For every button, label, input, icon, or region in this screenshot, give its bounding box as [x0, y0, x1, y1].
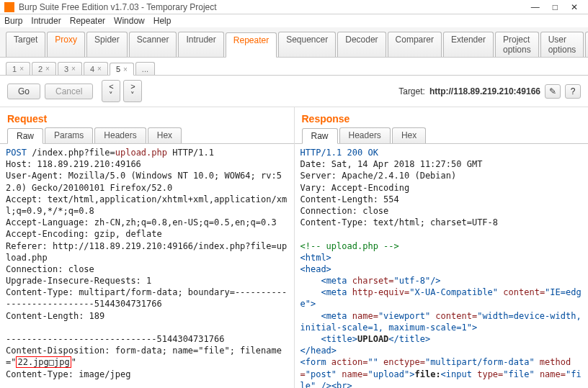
response-tab-raw[interactable]: Raw — [302, 128, 338, 144]
target-value: http://118.89.219.210:49166 — [429, 86, 540, 96]
request-tab-params[interactable]: Params — [45, 127, 93, 143]
request-panel: Request Raw Params Headers Hex POST /ind… — [0, 107, 295, 388]
tab-decoder[interactable]: Decoder — [337, 32, 386, 57]
tab-sequencer[interactable]: Sequencer — [278, 32, 336, 57]
minimize-icon[interactable]: — — [531, 2, 540, 12]
close-tab-icon[interactable]: × — [19, 65, 24, 73]
window-title: Burp Suite Free Edition v1.7.03 - Tempor… — [19, 2, 531, 12]
request-tabs: Raw Params Headers Hex — [0, 127, 294, 144]
subtab-5[interactable]: 5× — [110, 63, 134, 76]
next-button[interactable]: > ˅ — [123, 80, 142, 102]
response-tabs: Raw Headers Hex — [295, 127, 589, 144]
subtab-4[interactable]: 4× — [84, 62, 108, 75]
menu-repeater[interactable]: Repeater — [70, 16, 105, 26]
response-tab-headers[interactable]: Headers — [339, 127, 391, 143]
tab-intruder[interactable]: Intruder — [178, 32, 223, 57]
menu-burp[interactable]: Burp — [4, 16, 22, 26]
tab-project-options[interactable]: Project options — [495, 32, 539, 57]
request-tab-hex[interactable]: Hex — [148, 127, 182, 143]
tab-user-options[interactable]: User options — [540, 32, 584, 57]
help-icon[interactable]: ? — [565, 84, 581, 99]
menu-help[interactable]: Help — [153, 16, 172, 26]
response-raw-viewer[interactable]: HTTP/1.1 200 OK Date: Sat, 14 Apr 2018 1… — [295, 144, 589, 388]
subtab-3[interactable]: 3× — [58, 62, 82, 75]
filename-highlight: 22.jpg□jpg — [16, 356, 71, 368]
toolbar: Go Cancel < ˅ > ˅ Target: http://118.89.… — [0, 76, 588, 107]
close-tab-icon[interactable]: × — [123, 66, 128, 73]
tab-proxy[interactable]: Proxy — [47, 32, 85, 57]
response-tab-hex[interactable]: Hex — [392, 127, 426, 143]
request-tab-raw[interactable]: Raw — [7, 128, 43, 144]
request-raw-editor[interactable]: POST /index.php?file=upload.php HTTP/1.1… — [0, 144, 294, 388]
prev-button[interactable]: < ˅ — [102, 80, 120, 102]
main-tabs: Target Proxy Spider Scanner Intruder Rep… — [6, 32, 582, 57]
close-tab-icon[interactable]: × — [71, 65, 76, 73]
request-title: Request — [0, 107, 294, 127]
close-tab-icon[interactable]: × — [45, 65, 50, 73]
edit-target-icon[interactable]: ✎ — [545, 84, 561, 99]
tab-target[interactable]: Target — [6, 32, 45, 57]
request-tab-headers[interactable]: Headers — [94, 127, 146, 143]
go-button[interactable]: Go — [7, 84, 40, 99]
menu-intruder[interactable]: Intruder — [31, 16, 61, 26]
maximize-icon[interactable]: □ — [553, 2, 558, 12]
menu-bar: Burp Intruder Repeater Window Help — [0, 14, 588, 27]
target-label: Target: — [398, 86, 425, 96]
close-tab-icon[interactable]: × — [97, 65, 102, 73]
cancel-button[interactable]: Cancel — [45, 84, 93, 99]
menu-window[interactable]: Window — [114, 16, 145, 26]
subtab-1[interactable]: 1× — [6, 62, 30, 75]
tab-repeater[interactable]: Repeater — [226, 32, 277, 58]
tab-extender[interactable]: Extender — [443, 32, 494, 57]
subtab-more[interactable]: ... — [135, 62, 155, 75]
response-panel: Response Raw Headers Hex HTTP/1.1 200 OK… — [295, 107, 589, 388]
tab-comparer[interactable]: Comparer — [388, 32, 442, 57]
subtab-2[interactable]: 2× — [32, 62, 56, 75]
tab-alerts[interactable]: Alerts — [585, 32, 588, 57]
close-icon[interactable]: ✕ — [571, 2, 578, 12]
tab-scanner[interactable]: Scanner — [129, 32, 177, 57]
title-bar: Burp Suite Free Edition v1.7.03 - Tempor… — [0, 0, 588, 14]
sub-tabs: 1× 2× 3× 4× 5× ... — [6, 62, 582, 75]
response-title: Response — [295, 107, 589, 127]
tab-spider[interactable]: Spider — [86, 32, 128, 57]
burp-logo-icon — [4, 2, 14, 12]
